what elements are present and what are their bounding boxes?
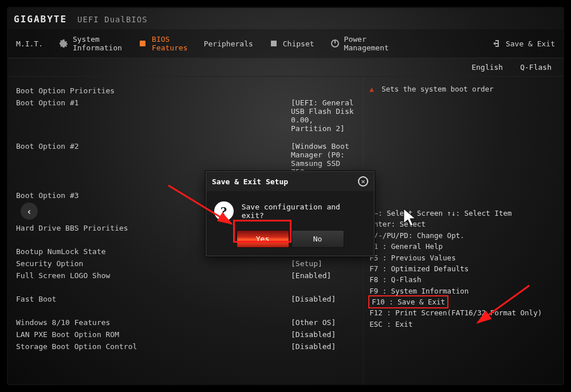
- exit-icon: [492, 39, 501, 48]
- question-icon: ?: [214, 201, 234, 221]
- chip-icon: [138, 39, 147, 48]
- tab-bios-features[interactable]: BIOS Features: [130, 29, 196, 58]
- power-icon: [330, 39, 340, 48]
- triangle-icon: ▲: [369, 85, 374, 93]
- brand-subtitle: UEFI DualBIOS: [77, 15, 148, 24]
- square-icon: [269, 39, 278, 48]
- security-option-row[interactable]: Security Option [Setup]: [16, 258, 357, 270]
- logo-show-row[interactable]: Full Screen LOGO Show [Enabled]: [16, 270, 357, 282]
- keymap-help: →←: Select Screen ↑↓: Select Item Enter:…: [369, 208, 556, 330]
- save-exit-dialog: Save & Exit Setup ✕ ? Save configuration…: [206, 171, 375, 256]
- dialog-close-button[interactable]: ✕: [358, 176, 368, 187]
- tab-peripherals[interactable]: Peripherals: [196, 29, 261, 58]
- dialog-message: Save configuration and exit?: [242, 203, 366, 220]
- brand-logo: GIGABYTE: [14, 14, 67, 25]
- language-selector[interactable]: English: [471, 63, 503, 72]
- svg-rect-2: [271, 41, 277, 46]
- close-icon: ✕: [361, 178, 365, 185]
- chevron-left-icon: ‹: [26, 206, 32, 217]
- dialog-yes-button[interactable]: Yes: [237, 230, 289, 248]
- tab-power-management[interactable]: Power Management: [322, 29, 397, 58]
- tab-chipset[interactable]: Chipset: [261, 29, 322, 58]
- dialog-title: Save & Exit Setup: [212, 177, 288, 186]
- qflash-link[interactable]: Q-Flash: [520, 63, 552, 72]
- svg-rect-1: [141, 42, 144, 45]
- svg-rect-4: [334, 39, 336, 43]
- storage-boot-row[interactable]: Storage Boot Option Control [Disabled]: [16, 340, 357, 353]
- brand-bar: GIGABYTE UEFI DualBIOS: [8, 8, 563, 25]
- f10-highlight: F10 : Save & Exit: [368, 295, 448, 308]
- boot-priorities-header: Boot Option Priorities: [16, 86, 291, 95]
- tab-system-information[interactable]: System Information: [51, 29, 130, 58]
- fast-boot-row[interactable]: Fast Boot [Disabled]: [16, 293, 357, 305]
- dialog-no-button[interactable]: No: [292, 230, 344, 248]
- tab-mit[interactable]: M.I.T.: [8, 29, 51, 58]
- tab-bar: M.I.T. System Information BIOS Features …: [8, 29, 563, 58]
- boot-option-1-row[interactable]: Boot Option #1 [UEFI: General USB Flash …: [16, 97, 357, 134]
- setting-hint: ▲ Sets the system boot order: [369, 85, 556, 93]
- windows-features-row[interactable]: Windows 8/10 Features [Other OS]: [16, 316, 357, 328]
- info-panel: ▲ Sets the system boot order →←: Select …: [363, 77, 563, 384]
- mouse-cursor-icon: [403, 208, 418, 228]
- sub-bar: English Q-Flash: [8, 58, 563, 77]
- tab-save-exit[interactable]: Save & Exit: [484, 29, 563, 58]
- lan-pxe-row[interactable]: LAN PXE Boot Option ROM [Disabled]: [16, 328, 357, 340]
- gear-icon: [59, 39, 68, 48]
- back-button[interactable]: ‹: [21, 203, 38, 220]
